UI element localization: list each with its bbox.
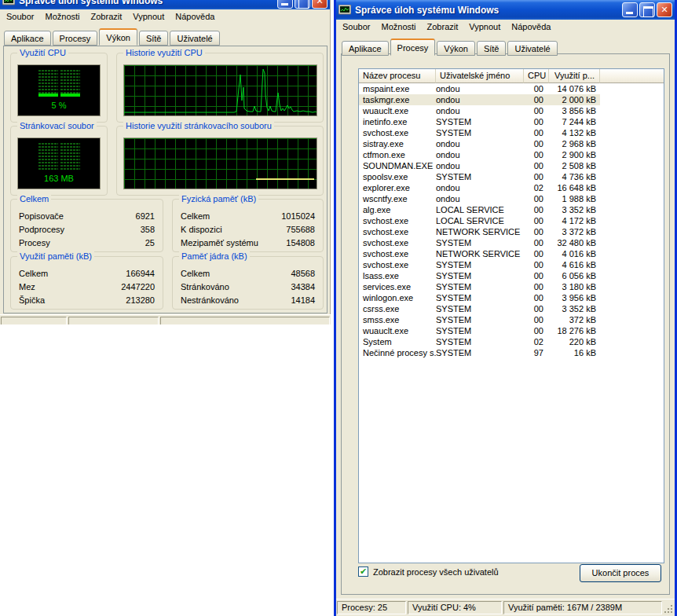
tab[interactable]: Procesy [53,31,98,46]
stat-value: 14184 [291,294,315,307]
stat-label: Nestránkováno [181,294,239,307]
process-row[interactable]: winlogon.exe SYSTEM 00 3 956 kB [359,292,664,303]
process-row[interactable]: spoolsv.exe SYSTEM 00 4 736 kB [359,171,664,182]
tab[interactable]: Výkon [99,28,137,46]
left-tab-strip: AplikaceProcesyVýkonSítěUživatelé [4,28,330,46]
menu-item[interactable]: Soubor [337,20,375,33]
process-row[interactable]: svchost.exe SYSTEM 00 4 616 kB [359,259,664,270]
column-header-cpu[interactable]: CPU [524,69,549,83]
process-row[interactable]: inetinfo.exe SYSTEM 00 7 244 kB [359,116,664,127]
process-name: spoolsv.exe [359,171,436,182]
column-header-name[interactable]: Název procesu [359,69,436,83]
menu-item[interactable]: Vypnout [127,10,170,23]
menu-item[interactable]: Nápověda [170,10,220,23]
process-mem: 7 244 kB [549,116,600,127]
column-header-user[interactable]: Uživatelské jméno [436,69,524,83]
show-all-processes-label[interactable]: Zobrazit procesy všech uživatelů [373,567,499,577]
process-row[interactable]: explorer.exe ondou 02 16 648 kB [359,182,664,193]
left-taskmgr-window: Správce úloh systému Windows ✕ SouborMož… [0,0,331,324]
menu-item[interactable]: Možnosti [39,10,85,23]
process-user: SYSTEM [436,270,524,281]
stat-row: Stránkováno 34384 [181,280,315,294]
performance-tab-page: Využití CPU 5 % Historie využití CPU Str… [3,46,328,314]
tab[interactable]: Aplikace [4,31,51,46]
process-mem: 4 172 kB [549,215,600,226]
tab[interactable]: Aplikace [342,41,389,56]
process-mem: 16 kB [549,347,600,358]
maximize-button[interactable] [639,2,655,17]
process-mem: 2 508 kB [549,160,600,171]
process-row[interactable]: svchost.exe NETWORK SERVICE 00 4 016 kB [359,248,664,259]
close-icon[interactable]: ✕ [312,0,328,9]
process-row[interactable]: lsass.exe SYSTEM 00 6 056 kB [359,270,664,281]
process-row[interactable]: smss.exe SYSTEM 00 372 kB [359,314,664,325]
process-cpu: 00 [524,215,549,226]
process-cpu: 97 [524,347,549,358]
process-user: ondou [436,160,524,171]
process-row[interactable]: wuauclt.exe SYSTEM 00 18 276 kB [359,325,664,336]
process-row[interactable]: alg.exe LOCAL SERVICE 00 3 352 kB [359,204,664,215]
process-name: wuauclt.exe [359,105,436,116]
cpu-history-label: Historie využití CPU [123,48,205,57]
process-user: SYSTEM [436,292,524,303]
menu-item[interactable]: Vypnout [463,20,506,33]
tab[interactable]: Sítě [139,31,169,46]
totals-group: Celkem Popisovače 6921 Podprocesy 358 Pr… [10,199,163,252]
process-name: svchost.exe [359,127,436,138]
column-header-mem[interactable]: Využití p... [549,69,600,83]
tab[interactable]: Výkon [437,41,475,56]
process-cpu: 00 [524,325,549,336]
tab[interactable]: Sítě [477,41,507,56]
status-panel [68,317,159,324]
tab[interactable]: Uživatelé [170,31,219,46]
menu-item[interactable]: Možnosti [375,20,421,33]
process-row[interactable]: wuauclt.exe ondou 00 3 856 kB [359,105,664,116]
maximize-button[interactable] [295,0,310,9]
resize-grip-icon[interactable] [664,604,674,614]
process-row[interactable]: services.exe SYSTEM 00 3 180 kB [359,281,664,292]
status-panel [160,317,330,324]
left-titlebar-buttons: ✕ [277,0,328,9]
process-cpu: 00 [524,259,549,270]
process-mem: 18 276 kB [549,325,600,336]
show-all-processes-checkbox[interactable]: ✔ [358,566,368,577]
process-row[interactable]: mspaint.exe ondou 00 14 076 kB [359,83,664,94]
process-row[interactable]: wscntfy.exe ondou 00 1 988 kB [359,193,664,204]
process-row[interactable]: csrss.exe SYSTEM 00 3 352 kB [359,303,664,314]
process-row[interactable]: SOUNDMAN.EXE ondou 00 2 508 kB [359,160,664,171]
process-user: ondou [436,149,524,160]
process-mem: 3 180 kB [549,281,600,292]
process-row[interactable]: taskmgr.exe ondou 00 2 000 kB [359,94,664,105]
tab[interactable]: Procesy [390,38,436,56]
left-titlebar-clip: Správce úloh systému Windows ✕ [0,0,330,9]
stat-value: 213280 [126,294,155,307]
end-process-button[interactable]: Ukončit proces [580,564,661,582]
menu-item[interactable]: Zobrazit [86,10,128,23]
process-row[interactable]: svchost.exe LOCAL SERVICE 00 4 172 kB [359,215,664,226]
right-titlebar[interactable]: Správce úloh systému Windows ✕ [336,0,675,20]
menu-item[interactable]: Soubor [1,10,39,23]
minimize-button[interactable] [277,0,293,9]
process-cpu: 00 [524,226,549,237]
menu-item[interactable]: Zobrazit [422,20,464,33]
stat-row: Popisovače 6921 [19,210,155,223]
process-row[interactable]: svchost.exe SYSTEM 00 4 132 kB [359,127,664,138]
process-row[interactable]: sistray.exe ondou 00 2 968 kB [359,138,664,149]
left-titlebar[interactable]: Správce úloh systému Windows ✕ [0,0,330,9]
tab[interactable]: Uživatelé [507,41,557,56]
physical-memory-group: Fyzická paměť (kB) Celkem 1015024 K disp… [172,199,324,252]
process-row[interactable]: ctfmon.exe ondou 00 2 900 kB [359,149,664,160]
process-mem: 3 372 kB [549,226,600,237]
process-row[interactable]: svchost.exe SYSTEM 00 32 480 kB [359,237,664,248]
cpu-history-group: Historie využití CPU [116,53,324,123]
minimize-button[interactable] [622,2,638,17]
process-row[interactable]: svchost.exe NETWORK SERVICE 00 3 372 kB [359,226,664,237]
menu-item[interactable]: Nápověda [506,20,556,33]
right-window-title: Správce úloh systému Windows [353,5,622,16]
stat-value: 755688 [286,223,315,236]
stat-label: Popisovače [19,210,64,223]
process-row[interactable]: Nečinné procesy s... SYSTEM 97 16 kB [359,347,664,358]
stat-row: Nestránkováno 14184 [181,294,315,307]
close-icon[interactable]: ✕ [657,2,672,17]
process-row[interactable]: System SYSTEM 02 220 kB [359,336,664,347]
